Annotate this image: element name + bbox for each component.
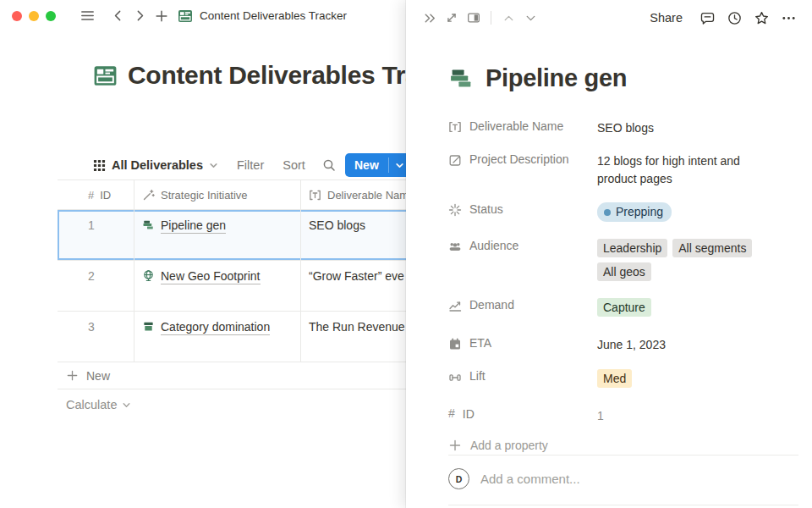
property-label[interactable]: Demand xyxy=(448,296,597,312)
share-button[interactable]: Share xyxy=(650,11,683,25)
close-peek-button[interactable] xyxy=(419,8,441,28)
star-icon xyxy=(754,10,770,26)
minimize-window-button[interactable] xyxy=(29,11,39,21)
globe-icon xyxy=(142,269,155,282)
cell-strategic-initiative[interactable]: Pipeline gen xyxy=(134,210,300,260)
plus-icon xyxy=(66,369,79,382)
property-label[interactable]: Lift xyxy=(448,367,597,384)
column-header-strategic-initiative[interactable]: Strategic Initiative xyxy=(134,180,300,209)
property-label[interactable]: # ID xyxy=(448,406,597,421)
zoom-window-button[interactable] xyxy=(46,11,56,21)
chevron-up-icon xyxy=(502,11,516,25)
dumbbell-icon xyxy=(448,370,462,384)
expand-diagonal-icon xyxy=(444,10,459,25)
property-row-lift[interactable]: Lift Med xyxy=(448,367,787,393)
plus-icon xyxy=(154,8,169,24)
chevron-right-icon xyxy=(133,8,147,23)
audience-tag[interactable]: Leadership xyxy=(597,239,667,257)
new-tab-button[interactable] xyxy=(151,5,173,27)
clock-icon xyxy=(727,10,743,26)
demand-tag[interactable]: Capture xyxy=(597,298,651,317)
back-button[interactable] xyxy=(107,5,129,27)
page-link[interactable]: Category domination xyxy=(142,320,300,335)
property-value[interactable]: Med xyxy=(597,367,787,393)
record-title[interactable]: Pipeline gen xyxy=(486,64,627,92)
comment-input[interactable]: Add a comment... xyxy=(480,472,580,486)
cell-id[interactable]: 3 xyxy=(58,312,134,362)
property-row-deliverable-name[interactable]: Deliverable Name SEO blogs xyxy=(448,118,787,138)
updates-button[interactable] xyxy=(723,8,745,28)
page-link[interactable]: New Geo Footprint xyxy=(142,269,300,284)
property-label[interactable]: Audience xyxy=(448,237,597,253)
property-label[interactable]: ETA xyxy=(448,334,597,351)
cell-id[interactable]: 2 xyxy=(58,261,134,311)
column-header-id[interactable]: # ID xyxy=(58,180,134,209)
audience-tag[interactable]: All segments xyxy=(672,239,752,257)
cell-strategic-initiative[interactable]: Category domination xyxy=(134,312,300,362)
view-switcher[interactable]: All Deliverables xyxy=(93,158,218,172)
trend-chart-icon xyxy=(448,299,462,312)
property-label[interactable]: Project Description xyxy=(448,151,597,167)
previous-record-button[interactable] xyxy=(497,8,519,28)
status-spinner-icon xyxy=(448,203,462,217)
status-dot xyxy=(604,209,611,216)
add-property-button[interactable]: Add a property xyxy=(448,439,787,452)
property-value[interactable]: 12 blogs for high intent and product pag… xyxy=(597,151,776,188)
property-value[interactable]: SEO blogs xyxy=(597,118,787,137)
lift-tag[interactable]: Med xyxy=(597,369,632,388)
open-full-page-button[interactable] xyxy=(441,8,463,28)
titlebar-title: Content Deliverables Tracker xyxy=(200,9,347,22)
page-link[interactable]: Pipeline gen xyxy=(142,218,300,234)
forward-button[interactable] xyxy=(129,5,151,27)
side-peek-mode-button[interactable] xyxy=(463,8,485,28)
property-row-audience[interactable]: Audience LeadershipAll segmentsAll geos xyxy=(448,237,787,286)
next-record-button[interactable] xyxy=(519,8,541,28)
property-label[interactable]: Deliverable Name xyxy=(448,118,597,134)
table-view-icon xyxy=(93,159,106,172)
cell-strategic-initiative[interactable]: New Geo Footprint xyxy=(134,261,300,311)
people-icon xyxy=(448,240,462,253)
search-button[interactable] xyxy=(322,158,336,172)
property-list: Deliverable Name SEO blogs Project Descr… xyxy=(448,118,787,452)
app-window: Content Deliverables Tracker Content Del… xyxy=(0,0,812,508)
property-row-status[interactable]: Status Prepping xyxy=(448,201,787,222)
filter-button[interactable]: Filter xyxy=(237,158,264,172)
bars-chart-icon xyxy=(142,218,155,231)
double-chevron-right-icon xyxy=(422,10,438,26)
new-record-button[interactable]: New xyxy=(345,153,411,177)
property-row-project-description[interactable]: Project Description 12 blogs for high in… xyxy=(448,151,787,188)
avatar: D xyxy=(448,468,469,489)
sidebar-menu-button[interactable] xyxy=(76,5,98,27)
comment-divider-bottom xyxy=(448,505,798,505)
property-row-id[interactable]: # ID 1 xyxy=(448,406,787,426)
new-button-label[interactable]: New xyxy=(345,153,388,177)
sort-button[interactable]: Sort xyxy=(283,158,305,172)
comment-composer[interactable]: D Add a comment... xyxy=(448,468,580,489)
status-pill[interactable]: Prepping xyxy=(597,202,672,222)
view-name: All Deliverables xyxy=(112,158,203,172)
plus-icon xyxy=(448,439,462,452)
property-value[interactable]: 1 xyxy=(597,406,787,425)
view-toolbar: All Deliverables Filter Sort xyxy=(93,152,361,178)
property-value[interactable]: June 1, 2023 xyxy=(597,334,787,354)
property-value[interactable]: Capture xyxy=(597,296,787,322)
property-row-eta[interactable]: ETA June 1, 2023 xyxy=(448,334,787,355)
title-property-icon xyxy=(448,120,462,134)
property-value[interactable]: LeadershipAll segmentsAll geos xyxy=(597,237,776,286)
chevron-down-icon xyxy=(395,161,404,170)
property-value[interactable]: Prepping xyxy=(597,201,787,222)
side-peek-panel: Share Pipeline gen Deliverable Name xyxy=(406,0,812,508)
calendar-icon xyxy=(448,337,462,351)
property-row-demand[interactable]: Demand Capture xyxy=(448,296,787,322)
window-doc-title: Content Deliverables Tracker xyxy=(178,8,347,24)
comments-button[interactable] xyxy=(696,8,718,28)
cell-id[interactable]: 1 xyxy=(58,210,134,260)
number-property-icon: # xyxy=(88,189,94,202)
property-label[interactable]: Status xyxy=(448,201,597,217)
close-window-button[interactable] xyxy=(12,11,22,21)
page-options-button[interactable] xyxy=(777,8,799,28)
toolbar-divider xyxy=(491,11,491,25)
chevron-down-icon xyxy=(122,400,131,410)
favorite-button[interactable] xyxy=(750,8,772,28)
audience-tag[interactable]: All geos xyxy=(597,262,651,281)
